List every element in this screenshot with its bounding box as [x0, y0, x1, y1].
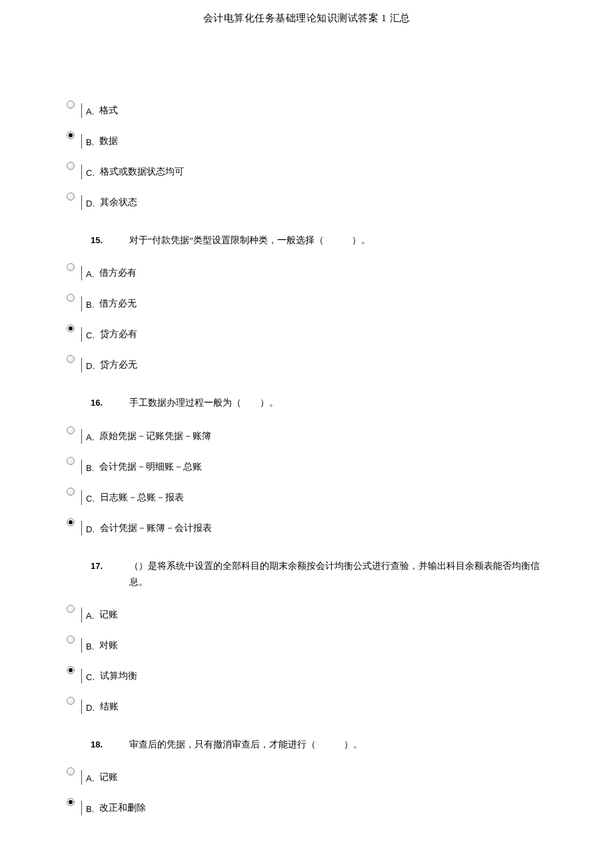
q14-option-c[interactable]: C. 格式或数据状态均可 — [67, 153, 546, 179]
option-text: 借方必无 — [99, 298, 137, 311]
question-17: 17. （）是将系统中设置的全部科目的期末余额按会计均衡公式进行查验，并输出科目… — [91, 558, 546, 591]
option-text: 贷方必有 — [100, 328, 137, 342]
question-number: 15. — [91, 235, 129, 245]
option-letter: C. — [86, 168, 95, 179]
option-letter: A. — [86, 773, 94, 785]
option-letter: A. — [86, 432, 94, 444]
option-letter: B. — [86, 300, 94, 311]
q17-option-b[interactable]: B. 对账 — [67, 626, 546, 653]
option-letter: B. — [86, 463, 94, 474]
q17-option-a[interactable]: A. 记账 — [67, 596, 546, 622]
marker-icon — [81, 103, 82, 118]
option-text: 试算均衡 — [100, 670, 137, 683]
q16-option-d[interactable]: D. 会计凭据－账簿－会计报表 — [67, 509, 546, 536]
marker-icon — [81, 296, 82, 311]
option-text: 记账 — [99, 771, 118, 785]
option-letter: B. — [86, 137, 94, 149]
q16-option-b[interactable]: B. 会计凭据－明细账－总账 — [67, 448, 546, 474]
radio-icon[interactable] — [67, 193, 75, 201]
radio-icon[interactable] — [67, 426, 75, 434]
radio-icon[interactable] — [67, 131, 75, 139]
marker-icon — [81, 429, 82, 444]
option-text: 格式 — [99, 105, 118, 118]
marker-icon — [81, 490, 82, 505]
radio-icon[interactable] — [67, 666, 75, 674]
radio-icon[interactable] — [67, 162, 75, 170]
q16-option-c[interactable]: C. 日志账－总账－报表 — [67, 478, 546, 505]
radio-icon[interactable] — [67, 488, 75, 496]
option-letter: C. — [86, 330, 95, 342]
q14-option-d[interactable]: D. 其余状态 — [67, 183, 546, 210]
radio-icon[interactable] — [67, 798, 75, 806]
option-letter: D. — [86, 703, 95, 714]
q14-option-b[interactable]: B. 数据 — [67, 122, 546, 149]
radio-icon[interactable] — [67, 605, 75, 613]
question-number: 16. — [91, 398, 129, 408]
radio-icon[interactable] — [67, 518, 75, 526]
radio-icon[interactable] — [67, 636, 75, 644]
radio-icon[interactable] — [67, 263, 75, 271]
marker-icon — [81, 801, 82, 815]
marker-icon — [81, 770, 82, 785]
question-text: （）是将系统中设置的全部科目的期末余额按会计均衡公式进行查验，并输出科目余额表能… — [129, 558, 546, 591]
option-letter: C. — [86, 672, 95, 683]
marker-icon — [81, 134, 82, 149]
q15-option-c[interactable]: C. 贷方必有 — [67, 315, 546, 342]
option-letter: D. — [86, 524, 95, 536]
option-letter: D. — [86, 361, 95, 372]
option-letter: A. — [86, 611, 94, 622]
radio-icon[interactable] — [67, 697, 75, 705]
radio-icon[interactable] — [67, 767, 75, 775]
q16-option-a[interactable]: A. 原始凭据－记账凭据－账簿 — [67, 417, 546, 444]
question-text: 审查后的凭据，只有撤消审查后，才能进行（ ）。 — [129, 737, 362, 753]
question-text: 对于“付款凭据”类型设置限制种类，一般选择（ ）。 — [129, 232, 370, 248]
marker-icon — [81, 460, 82, 474]
marker-icon — [81, 165, 82, 179]
question-number: 17. — [91, 561, 129, 571]
option-text: 其余状态 — [100, 197, 137, 210]
main-content: A. 格式 B. 数据 C. 格式或数据状态均可 D. 其余状态 15. 对于“… — [0, 25, 613, 815]
q15-option-a[interactable]: A. 借方必有 — [67, 254, 546, 280]
radio-icon[interactable] — [67, 324, 75, 332]
option-letter: B. — [86, 804, 94, 815]
option-text: 改正和删除 — [99, 802, 146, 815]
option-text: 数据 — [99, 135, 118, 149]
radio-icon[interactable] — [67, 294, 75, 302]
radio-icon[interactable] — [67, 457, 75, 465]
marker-icon — [81, 327, 82, 342]
option-text: 贷方必无 — [100, 359, 137, 372]
question-16: 16. 手工数据办理过程一般为（ ）。 — [91, 395, 546, 411]
marker-icon — [81, 195, 82, 210]
marker-icon — [81, 699, 82, 714]
option-text: 结账 — [100, 701, 119, 714]
option-letter: D. — [86, 199, 95, 210]
marker-icon — [81, 608, 82, 622]
option-text: 记账 — [99, 609, 118, 622]
q17-option-c[interactable]: C. 试算均衡 — [67, 657, 546, 683]
q17-option-d[interactable]: D. 结账 — [67, 687, 546, 714]
marker-icon — [81, 521, 82, 536]
question-number: 18. — [91, 739, 129, 749]
option-text: 会计凭据－明细账－总账 — [99, 461, 202, 474]
option-text: 对账 — [99, 640, 118, 653]
option-letter: B. — [86, 642, 94, 653]
question-text: 手工数据办理过程一般为（ ）。 — [129, 395, 279, 411]
q15-option-b[interactable]: B. 借方必无 — [67, 284, 546, 311]
marker-icon — [81, 266, 82, 280]
radio-icon[interactable] — [67, 355, 75, 363]
option-text: 日志账－总账－报表 — [100, 492, 184, 505]
option-text: 格式或数据状态均可 — [100, 166, 184, 179]
q14-option-a[interactable]: A. 格式 — [67, 91, 546, 118]
q18-option-b[interactable]: B. 改正和删除 — [67, 789, 546, 815]
radio-icon[interactable] — [67, 101, 75, 109]
page-title: 会计电算化任务基础理论知识测试答案 1 汇总 — [0, 0, 613, 25]
option-text: 会计凭据－账簿－会计报表 — [100, 522, 212, 536]
option-letter: A. — [86, 269, 94, 280]
option-letter: C. — [86, 494, 95, 505]
marker-icon — [81, 669, 82, 683]
question-18: 18. 审查后的凭据，只有撤消审查后，才能进行（ ）。 — [91, 737, 546, 753]
marker-icon — [81, 358, 82, 372]
q18-option-a[interactable]: A. 记账 — [67, 758, 546, 785]
q15-option-d[interactable]: D. 贷方必无 — [67, 346, 546, 372]
option-text: 原始凭据－记账凭据－账簿 — [99, 430, 211, 444]
